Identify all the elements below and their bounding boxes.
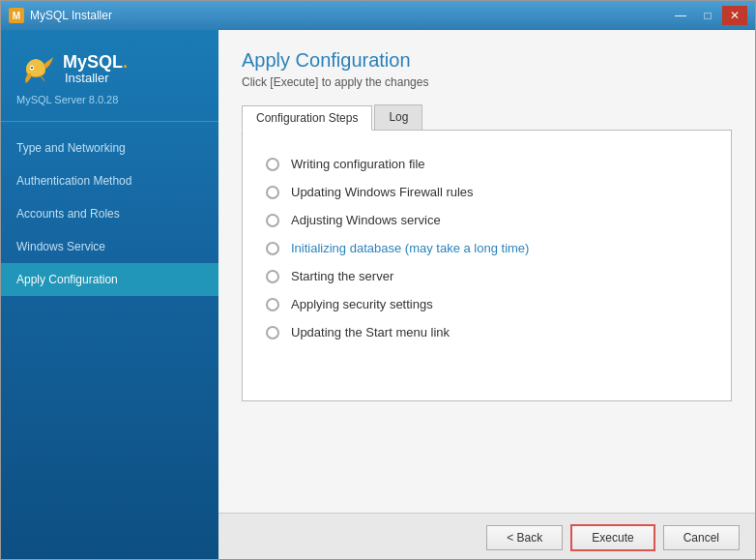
- cancel-button[interactable]: Cancel: [663, 525, 740, 550]
- content-main: Apply Configuration Click [Execute] to a…: [218, 30, 755, 513]
- step-label-starting-server: Starting the server: [291, 269, 393, 283]
- minimize-button[interactable]: —: [668, 6, 693, 25]
- step-label-writing-config: Writing configuration file: [291, 157, 425, 171]
- sidebar-item-accounts-roles[interactable]: Accounts and Roles: [1, 197, 218, 230]
- step-label-updating-start-menu: Updating the Start menu link: [291, 325, 450, 339]
- page-title: Apply Configuration: [242, 49, 732, 72]
- step-radio-writing-config: [266, 158, 279, 171]
- step-label-updating-firewall: Updating Windows Firewall rules: [291, 185, 474, 199]
- svg-point-2: [31, 67, 33, 69]
- mysql-logo: MySQL. Installer: [16, 49, 203, 88]
- step-radio-updating-firewall: [266, 186, 279, 199]
- title-bar: M MySQL Installer — □ ✕: [1, 1, 755, 30]
- close-button[interactable]: ✕: [722, 6, 747, 25]
- window-title: MySQL Installer: [30, 9, 112, 22]
- sidebar-header: MySQL. Installer MySQL Server 8.0.28: [1, 30, 218, 122]
- step-updating-start-menu: Updating the Start menu link: [266, 318, 708, 346]
- step-label-adjusting-service: Adjusting Windows service: [291, 213, 441, 227]
- step-writing-config: Writing configuration file: [266, 150, 708, 178]
- execute-button[interactable]: Execute: [570, 524, 654, 551]
- back-button[interactable]: < Back: [486, 525, 563, 550]
- server-version: MySQL Server 8.0.28: [16, 94, 203, 105]
- step-starting-server: Starting the server: [266, 262, 708, 290]
- window-controls[interactable]: — □ ✕: [668, 6, 747, 25]
- content-area: Apply Configuration Click [Execute] to a…: [218, 30, 755, 560]
- sidebar-nav: Type and Networking Authentication Metho…: [1, 122, 218, 560]
- step-radio-initializing-db: [266, 242, 279, 255]
- sidebar-item-windows-service[interactable]: Windows Service: [1, 230, 218, 263]
- title-bar-left: M MySQL Installer: [9, 8, 112, 23]
- step-radio-adjusting-service: [266, 214, 279, 227]
- page-subtitle: Click [Execute] to apply the changes: [242, 75, 732, 89]
- step-radio-starting-server: [266, 270, 279, 283]
- mysql-text: MySQL.: [63, 53, 128, 71]
- maximize-button[interactable]: □: [695, 6, 720, 25]
- sidebar-item-authentication[interactable]: Authentication Method: [1, 164, 218, 197]
- tabs-container: Configuration Steps Log: [242, 104, 732, 131]
- footer: < Back Execute Cancel: [218, 513, 755, 560]
- main-layout: MySQL. Installer MySQL Server 8.0.28 Typ…: [1, 30, 755, 560]
- step-radio-applying-security: [266, 298, 279, 311]
- step-initializing-db: Initializing database (may take a long t…: [266, 234, 708, 262]
- sidebar: MySQL. Installer MySQL Server 8.0.28 Typ…: [1, 30, 218, 560]
- sidebar-item-type-networking[interactable]: Type and Networking: [1, 132, 218, 164]
- step-radio-updating-start-menu: [266, 326, 279, 339]
- step-applying-security: Applying security settings: [266, 290, 708, 318]
- mysql-brand: MySQL. Installer: [63, 53, 128, 85]
- step-label-applying-security: Applying security settings: [291, 297, 433, 311]
- sidebar-item-apply-configuration[interactable]: Apply Configuration: [1, 263, 218, 296]
- step-label-initializing-db: Initializing database (may take a long t…: [291, 241, 529, 255]
- steps-panel: Writing configuration file Updating Wind…: [242, 131, 732, 401]
- app-icon: M: [9, 8, 24, 23]
- dolphin-icon: [16, 49, 55, 88]
- step-adjusting-service: Adjusting Windows service: [266, 206, 708, 234]
- tab-log[interactable]: Log: [374, 104, 422, 130]
- tab-configuration-steps[interactable]: Configuration Steps: [242, 105, 372, 131]
- installer-text: Installer: [65, 71, 128, 85]
- step-updating-firewall: Updating Windows Firewall rules: [266, 178, 708, 206]
